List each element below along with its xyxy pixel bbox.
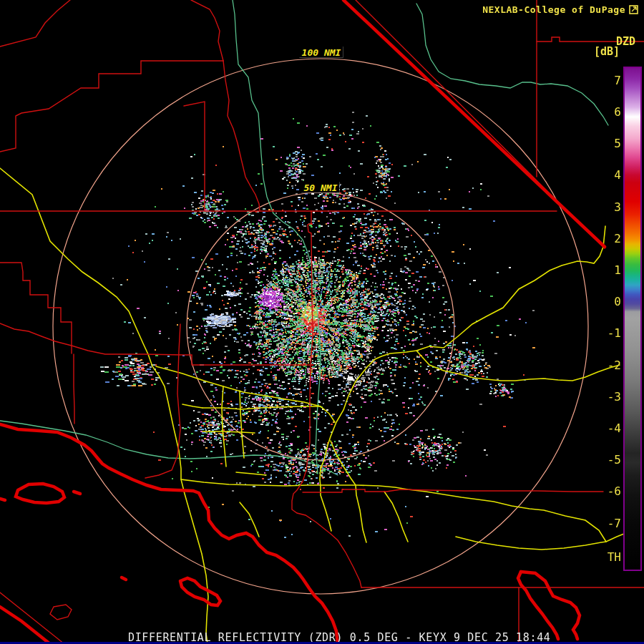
colorbar-tick-label: 0 xyxy=(584,296,621,308)
state-coast-border xyxy=(180,578,220,605)
colorbar-tick-label: -4 xyxy=(584,422,621,435)
county-border xyxy=(0,61,223,152)
county-border xyxy=(0,0,70,47)
brand-label: NEXLAB-College of DuPage xyxy=(482,4,625,15)
county-border xyxy=(191,0,223,61)
colorbar-threshold-label: TH xyxy=(584,550,621,564)
county-border xyxy=(50,605,72,620)
colorbar-tick-label: 3 xyxy=(584,201,621,214)
colorbar-tick-label: -5 xyxy=(584,454,621,467)
radar-display: NEXLAB-College of DuPage DZD [dB] 765432… xyxy=(0,0,644,644)
highway-line xyxy=(182,404,203,408)
county-border xyxy=(0,323,313,365)
county-border xyxy=(74,354,74,424)
range-ring-label-100nmi: 100 NMI xyxy=(300,47,343,58)
highway-line xyxy=(240,502,259,537)
state-coast-border xyxy=(521,572,580,639)
highway-line xyxy=(222,386,226,467)
state-coast-border xyxy=(0,499,5,500)
highway-line xyxy=(384,492,408,542)
highway-line xyxy=(236,472,266,475)
highway-line xyxy=(203,431,255,433)
colorbar-tick-label: -7 xyxy=(584,517,621,530)
range-ring xyxy=(53,59,588,594)
colorbar-tick-label: 1 xyxy=(584,264,621,277)
colorbar-units-label: [dB] xyxy=(594,45,620,58)
range-ring xyxy=(187,192,454,460)
state-coast-border xyxy=(74,492,80,494)
colorbar-gradient xyxy=(623,67,642,571)
highway-line xyxy=(240,391,244,458)
highway-line xyxy=(331,441,366,542)
colorbar-tick-label: 6 xyxy=(584,106,621,119)
river-line xyxy=(416,4,608,125)
county-border xyxy=(223,61,260,211)
state-coast-border xyxy=(122,577,126,580)
colorbar-tick-label: -6 xyxy=(584,485,621,498)
highway-line xyxy=(156,366,335,422)
colorbar-tick-label: -3 xyxy=(584,391,621,404)
county-border xyxy=(292,211,361,587)
state-coast-border xyxy=(16,484,64,503)
range-ring-label-50nmi: 50 NMI xyxy=(302,182,340,193)
state-coast-border xyxy=(343,0,605,247)
map-overlay-svg xyxy=(0,0,644,644)
colorbar-tick-label: -1 xyxy=(584,327,621,340)
county-border xyxy=(184,102,205,211)
highway-line xyxy=(0,168,208,644)
colorbar-tick-label: 2 xyxy=(584,233,621,245)
river-line xyxy=(0,421,338,475)
highway-line xyxy=(203,406,321,409)
county-border xyxy=(303,489,603,492)
colorbar-tick-label: 7 xyxy=(584,74,621,87)
brand-logo-icon xyxy=(629,5,638,14)
county-border xyxy=(0,263,72,353)
colorbar-tick-label: -2 xyxy=(584,359,621,372)
brand: NEXLAB-College of DuPage xyxy=(482,4,638,15)
state-coast-border xyxy=(518,572,558,639)
colorbar-tick-label: 5 xyxy=(584,137,621,150)
colorbar-tick-label: 4 xyxy=(584,169,621,182)
